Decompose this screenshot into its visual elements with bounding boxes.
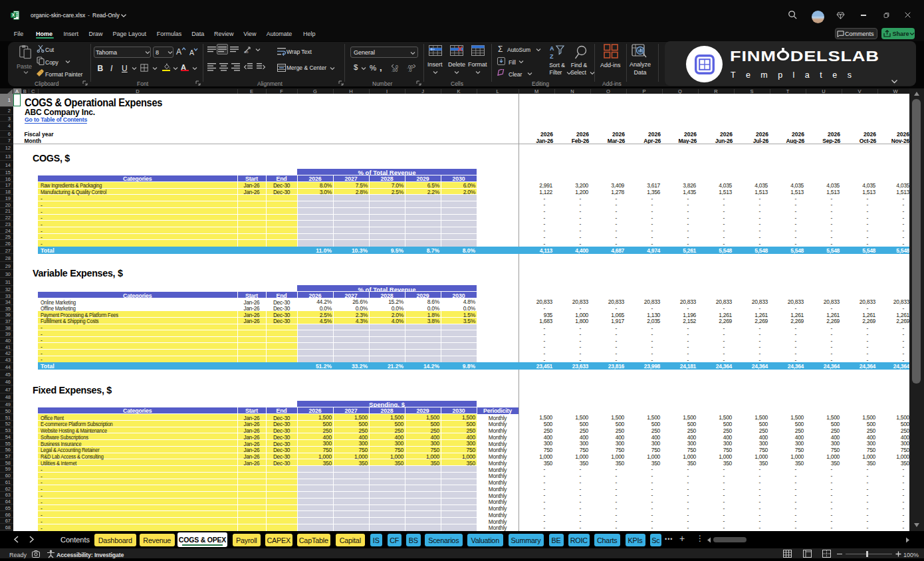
svg-text:.00: .00: [392, 68, 398, 72]
svg-text:ab: ab: [244, 50, 249, 54]
svg-text:A: A: [550, 45, 554, 52]
svg-text:Z: Z: [550, 53, 554, 60]
svg-text:X: X: [12, 13, 15, 17]
svg-text:.0: .0: [408, 68, 412, 72]
